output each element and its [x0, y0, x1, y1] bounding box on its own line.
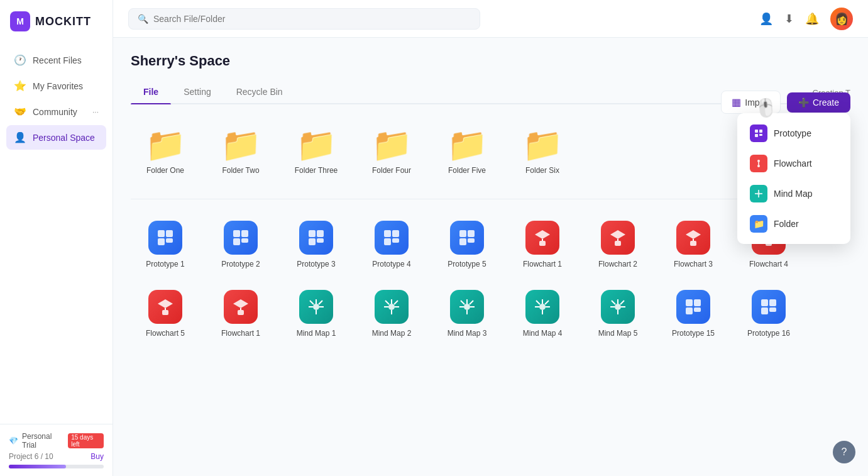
svg-line-50 [319, 301, 322, 304]
svg-rect-3 [759, 134, 762, 136]
file-item-mindmap-2[interactable]: Mind Map 2 [357, 281, 426, 344]
help-button[interactable]: ? [833, 441, 855, 463]
avatar[interactable]: 👩 [830, 8, 853, 30]
folder-item-folder-two[interactable]: 📁 Folder Two [206, 119, 275, 181]
folder-item-folder-three[interactable]: 📁 Folder Three [282, 119, 351, 181]
file-item-flowchart-1[interactable]: Flowchart 1 [508, 212, 577, 275]
file-icon-mindmap [375, 290, 409, 324]
svg-rect-12 [158, 230, 165, 237]
trial-label: 💎 Personal Trial 15 days left [9, 432, 104, 450]
tab-setting[interactable]: Setting [171, 82, 224, 103]
sidebar-item-community[interactable]: 🤝 Community ··· [6, 99, 106, 124]
svg-rect-1 [759, 130, 762, 133]
notification-icon[interactable]: 🔔 [805, 12, 819, 26]
svg-rect-83 [761, 299, 768, 306]
app-name: MOCKITT [35, 15, 91, 28]
diamond-icon: 💎 [9, 436, 18, 445]
sidebar-item-label: Community [33, 107, 77, 117]
file-icon-mindmap [525, 290, 559, 324]
sidebar-item-label: Recent Files [33, 55, 82, 65]
folder-icon: 📁 [221, 128, 261, 161]
svg-point-4 [757, 160, 760, 162]
svg-rect-15 [166, 238, 173, 243]
file-name: Prototype 16 [747, 329, 790, 338]
sidebar-item-recent-files[interactable]: 🕐 Recent Files [6, 48, 106, 72]
file-item-mindmap-1[interactable]: Mind Map 1 [282, 281, 351, 344]
file-item-mindmap-3[interactable]: Mind Map 3 [432, 281, 502, 344]
svg-rect-36 [690, 241, 696, 246]
tab-file[interactable]: File [131, 82, 171, 103]
dropdown-prototype[interactable]: Prototype [742, 118, 845, 148]
file-icon-prototype [752, 290, 786, 324]
dropdown-mindmap[interactable]: Mind Map [742, 179, 845, 209]
svg-rect-34 [615, 241, 621, 246]
file-icon-prototype [375, 221, 409, 255]
file-name: Prototype 5 [448, 260, 486, 268]
svg-rect-21 [317, 230, 324, 237]
svg-rect-27 [392, 238, 399, 243]
svg-rect-85 [761, 307, 768, 314]
file-item-mindmap-5[interactable]: Mind Map 5 [583, 281, 652, 344]
file-item-prototype-4[interactable]: Prototype 4 [357, 212, 426, 275]
buy-button[interactable]: Buy [91, 452, 104, 461]
file-item-prototype-1[interactable]: Prototype 1 [131, 212, 200, 275]
create-button[interactable]: ➕ Create [787, 92, 850, 113]
file-name: Prototype 15 [672, 329, 715, 338]
sidebar-item-label: My Favorites [33, 81, 83, 91]
svg-rect-42 [238, 310, 244, 315]
svg-point-72 [615, 304, 621, 310]
file-name: Flowchart 1 [221, 329, 260, 338]
folder-item-folder-five[interactable]: 📁 Folder Five [432, 119, 502, 181]
download-icon[interactable]: ⬇ [784, 12, 794, 26]
dropdown-flowchart[interactable]: Flowchart [742, 148, 845, 179]
star-icon: ⭐ [14, 80, 26, 92]
folder-dropdown-icon: 📁 [750, 215, 767, 233]
file-item-flowchart-2[interactable]: Flowchart 2 [583, 212, 652, 275]
file-item-prototype-2[interactable]: Prototype 2 [206, 212, 275, 275]
svg-rect-79 [686, 299, 693, 306]
svg-point-58 [464, 304, 470, 310]
action-buttons: ▦ Import ➕ Create [721, 91, 850, 114]
profile-icon[interactable]: 👤 [759, 12, 773, 26]
file-icon-flowchart [224, 290, 258, 324]
svg-line-57 [394, 301, 398, 304]
tab-recycle-bin[interactable]: Recycle Bin [224, 82, 295, 103]
file-name: Mind Map 4 [523, 329, 563, 338]
create-plus-icon: ➕ [798, 97, 809, 108]
svg-line-71 [545, 301, 549, 304]
file-item-flowchart-1b[interactable]: Flowchart 1 [206, 281, 275, 344]
community-icon: 🤝 [14, 106, 26, 118]
search-input[interactable] [153, 14, 471, 24]
sidebar-item-my-favorites[interactable]: ⭐ My Favorites [6, 74, 106, 98]
svg-rect-26 [384, 238, 391, 245]
dropdown-folder[interactable]: 📁 Folder [742, 209, 845, 239]
file-name: Flowchart 5 [146, 329, 185, 338]
file-icon-prototype [148, 221, 182, 255]
file-name: Flowchart 3 [674, 260, 713, 268]
file-item-mindmap-4[interactable]: Mind Map 4 [508, 281, 577, 344]
file-item-prototype-5[interactable]: Prototype 5 [432, 212, 502, 275]
file-name: Prototype 4 [372, 260, 410, 268]
svg-rect-19 [241, 238, 248, 243]
file-name: Flowchart 4 [749, 260, 788, 268]
dropdown-mindmap-label: Mind Map [774, 189, 812, 199]
progress-bar [9, 465, 104, 468]
file-item-flowchart-3[interactable]: Flowchart 3 [659, 212, 728, 275]
file-item-prototype-16[interactable]: Prototype 16 [734, 281, 803, 344]
trial-badge: 15 days left [68, 433, 104, 448]
app-logo: M [10, 11, 30, 31]
import-button[interactable]: ▦ Import [721, 91, 781, 114]
file-item-prototype-3[interactable]: Prototype 3 [282, 212, 351, 275]
search-bar[interactable]: 🔍 [128, 8, 480, 30]
sidebar-item-label: Personal Space [33, 133, 95, 143]
svg-rect-2 [755, 134, 758, 137]
folder-item-folder-four[interactable]: 📁 Folder Four [357, 119, 426, 181]
svg-line-64 [470, 301, 473, 304]
header-icons: 👤 ⬇ 🔔 👩 [759, 8, 853, 30]
svg-rect-29 [468, 230, 475, 237]
file-item-flowchart-5[interactable]: Flowchart 5 [131, 281, 200, 344]
sidebar-item-personal-space[interactable]: 👤 Personal Space [6, 125, 106, 150]
file-item-prototype-15[interactable]: Prototype 15 [659, 281, 728, 344]
folder-item-folder-six[interactable]: 📁 Folder Six [508, 119, 577, 181]
folder-item-folder-one[interactable]: 📁 Folder One [131, 119, 200, 181]
